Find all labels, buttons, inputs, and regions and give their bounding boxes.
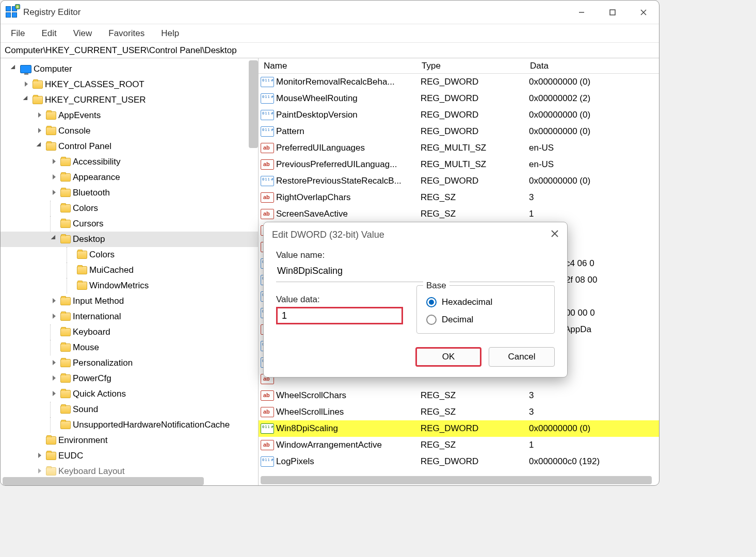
value-row[interactable]: RestorePreviousStateRecalcB...REG_DWORD0… xyxy=(259,173,659,189)
folder-icon xyxy=(60,405,71,414)
value-type: REG_DWORD xyxy=(421,126,529,137)
minimize-button[interactable] xyxy=(566,1,597,24)
tree-unsupported[interactable]: UnsupportedHardwareNotificationCache xyxy=(1,417,258,433)
dialog-close-button[interactable] xyxy=(551,230,559,240)
value-row[interactable]: LogPixelsREG_DWORD0x000000c0 (192) xyxy=(259,453,659,470)
value-row[interactable]: Win8DpiScalingREG_DWORD0x00000000 (0) xyxy=(259,420,659,437)
chevron-right-icon[interactable] xyxy=(50,390,58,398)
chevron-right-icon[interactable] xyxy=(36,468,44,475)
value-data: en-US xyxy=(529,143,659,153)
chevron-right-icon[interactable] xyxy=(36,452,44,460)
menu-favorites[interactable]: Favorites xyxy=(101,26,152,41)
tree-powercfg[interactable]: PowerCfg xyxy=(1,371,258,386)
menu-help[interactable]: Help xyxy=(154,26,186,41)
tree-desktop-colors[interactable]: Colors xyxy=(1,247,258,263)
tree-bluetooth[interactable]: Bluetooth xyxy=(1,185,258,201)
menu-edit[interactable]: Edit xyxy=(34,26,63,41)
folder-icon xyxy=(60,343,71,352)
value-row[interactable]: MouseWheelRoutingREG_DWORD0x00000002 (2) xyxy=(259,90,659,107)
value-type: REG_DWORD xyxy=(421,176,529,186)
menu-view[interactable]: View xyxy=(66,26,100,41)
column-type[interactable]: Type xyxy=(422,61,530,71)
tree-hkcr[interactable]: HKEY_CLASSES_ROOT xyxy=(1,77,258,92)
address-bar[interactable]: Computer\HKEY_CURRENT_USER\Control Panel… xyxy=(1,43,659,58)
chevron-right-icon[interactable] xyxy=(50,189,58,196)
value-row[interactable]: WindowArrangementActiveREG_SZ1 xyxy=(259,437,659,453)
column-name[interactable]: Name xyxy=(259,61,422,71)
value-row[interactable]: MonitorRemovalRecalcBeha...REG_DWORD0x00… xyxy=(259,74,659,90)
tree-desktop-windowmetrics[interactable]: WindowMetrics xyxy=(1,278,258,293)
chevron-right-icon[interactable] xyxy=(50,313,58,320)
value-name: MonitorRemovalRecalcBeha... xyxy=(276,77,421,87)
value-row[interactable]: WheelScrollLinesREG_SZ3 xyxy=(259,404,659,420)
tree-hkcu[interactable]: HKEY_CURRENT_USER xyxy=(1,92,258,108)
chevron-right-icon[interactable] xyxy=(50,359,58,367)
value-type: REG_SZ xyxy=(421,192,529,203)
column-data[interactable]: Data xyxy=(530,61,659,71)
value-data: 0x000000c0 (192) xyxy=(529,456,659,467)
value-type: REG_MULTI_SZ xyxy=(421,159,529,170)
chevron-right-icon[interactable] xyxy=(36,112,44,119)
value-data: 0x00000000 (0) xyxy=(529,176,659,186)
cancel-button[interactable]: Cancel xyxy=(489,347,555,367)
chevron-right-icon[interactable] xyxy=(22,81,30,88)
tree-quickactions[interactable]: Quick Actions xyxy=(1,386,258,402)
tree-eudc[interactable]: EUDC xyxy=(1,448,258,464)
tree-cursors[interactable]: Cursors xyxy=(1,216,258,232)
folder-icon xyxy=(60,421,71,429)
tree-appearance[interactable]: Appearance xyxy=(1,170,258,185)
close-button[interactable] xyxy=(628,1,659,24)
dialog-titlebar[interactable]: Edit DWORD (32-bit) Value xyxy=(264,222,567,247)
tree-mouse[interactable]: Mouse xyxy=(1,340,258,355)
chevron-down-icon[interactable] xyxy=(50,236,58,243)
value-row[interactable]: RightOverlapCharsREG_SZ3 xyxy=(259,189,659,206)
value-row[interactable]: WheelScrollCharsREG_SZ3 xyxy=(259,387,659,404)
tree-desktop-muicached[interactable]: MuiCached xyxy=(1,263,258,278)
values-horizontal-scrollbar[interactable] xyxy=(261,476,652,484)
tree-appevents[interactable]: AppEvents xyxy=(1,108,258,123)
radio-hexadecimal[interactable]: Hexadecimal xyxy=(426,297,545,307)
tree-inputmethod[interactable]: Input Method xyxy=(1,293,258,309)
chevron-right-icon[interactable] xyxy=(50,174,58,181)
tree-computer[interactable]: Computer xyxy=(1,61,258,77)
value-name: WheelScrollChars xyxy=(276,390,421,401)
menu-file[interactable]: File xyxy=(4,26,32,41)
value-row[interactable]: PatternREG_DWORD0x00000000 (0) xyxy=(259,123,659,140)
value-name-field[interactable]: Win8DpiScaling xyxy=(276,264,555,282)
chevron-right-icon[interactable] xyxy=(50,158,58,166)
chevron-down-icon[interactable] xyxy=(22,96,30,104)
tree-keyboard[interactable]: Keyboard xyxy=(1,324,258,340)
value-row[interactable]: PaintDesktopVersionREG_DWORD0x00000000 (… xyxy=(259,107,659,123)
tree-vertical-scrollbar[interactable] xyxy=(249,60,258,148)
value-type: REG_DWORD xyxy=(421,93,529,104)
tree-desktop[interactable]: Desktop xyxy=(1,232,258,247)
string-value-icon xyxy=(261,159,274,170)
chevron-right-icon[interactable] xyxy=(36,127,44,135)
radio-decimal[interactable]: Decimal xyxy=(426,315,545,325)
ok-button[interactable]: OK xyxy=(415,347,481,367)
tree-personalization[interactable]: Personalization xyxy=(1,355,258,371)
chevron-down-icon[interactable] xyxy=(36,143,44,150)
tree-sound[interactable]: Sound xyxy=(1,402,258,417)
titlebar[interactable]: + Registry Editor xyxy=(1,1,659,24)
value-data-input[interactable] xyxy=(276,307,403,324)
value-name: WindowArrangementActive xyxy=(276,440,421,450)
tree-horizontal-scrollbar[interactable] xyxy=(3,477,204,485)
tree-console[interactable]: Console xyxy=(1,123,258,139)
tree-international[interactable]: International xyxy=(1,309,258,324)
folder-icon xyxy=(60,220,71,228)
value-row[interactable]: PreferredUILanguagesREG_MULTI_SZen-US xyxy=(259,140,659,156)
value-row[interactable]: PreviousPreferredUILanguag...REG_MULTI_S… xyxy=(259,156,659,173)
value-name: RightOverlapChars xyxy=(276,192,421,203)
tree-accessibility[interactable]: Accessibility xyxy=(1,154,258,170)
tree-colors[interactable]: Colors xyxy=(1,201,258,216)
maximize-button[interactable] xyxy=(597,1,628,24)
value-data: 0x00000000 (0) xyxy=(529,77,659,87)
value-name: RestorePreviousStateRecalcB... xyxy=(276,176,421,186)
value-row[interactable]: ScreenSaveActiveREG_SZ1 xyxy=(259,206,659,222)
chevron-down-icon[interactable] xyxy=(10,65,18,73)
tree-controlpanel[interactable]: Control Panel xyxy=(1,139,258,154)
chevron-right-icon[interactable] xyxy=(50,298,58,305)
chevron-right-icon[interactable] xyxy=(50,375,58,382)
tree-environment[interactable]: Environment xyxy=(1,433,258,448)
